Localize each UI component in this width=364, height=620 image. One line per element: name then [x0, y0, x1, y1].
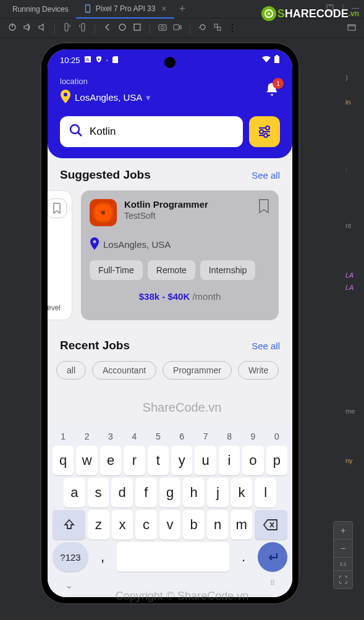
- key-f[interactable]: f: [135, 478, 157, 507]
- job-tag[interactable]: Full-Time: [90, 260, 143, 280]
- svg-rect-15: [348, 25, 355, 27]
- key-e[interactable]: e: [100, 446, 121, 475]
- refresh-icon[interactable]: [198, 22, 208, 35]
- zoom-in-button[interactable]: +: [334, 522, 352, 540]
- more-vert-icon[interactable]: ⋮: [227, 22, 237, 34]
- svg-point-30: [264, 134, 268, 137]
- key-6[interactable]: 6: [171, 430, 192, 443]
- suggested-see-all[interactable]: See all: [252, 170, 280, 180]
- filter-chip[interactable]: Accountant: [92, 361, 156, 380]
- camera-cutout: [164, 57, 176, 68]
- key-i[interactable]: i: [219, 446, 240, 475]
- key-z[interactable]: z: [88, 510, 109, 540]
- bookmark-icon[interactable]: [48, 198, 67, 218]
- rotate-left-icon[interactable]: [62, 22, 72, 35]
- key-c[interactable]: c: [135, 510, 157, 540]
- svg-point-7: [119, 24, 125, 30]
- search-icon: [69, 123, 83, 140]
- chevron-down-icon[interactable]: ⌄: [65, 579, 73, 591]
- nav-back-icon[interactable]: [103, 22, 112, 35]
- key-j[interactable]: j: [207, 478, 229, 507]
- key-7[interactable]: 7: [195, 430, 216, 443]
- key-n[interactable]: n: [207, 510, 229, 540]
- svg-rect-9: [159, 25, 166, 30]
- nav-home-icon[interactable]: [117, 22, 127, 35]
- key-m[interactable]: m: [231, 510, 252, 540]
- zoom-fit-button[interactable]: ⛶: [334, 571, 352, 588]
- settings-icon[interactable]: [213, 22, 222, 35]
- search-input[interactable]: [90, 125, 234, 138]
- svg-rect-13: [218, 27, 221, 30]
- symbols-key[interactable]: ?123: [53, 542, 88, 572]
- key-v[interactable]: v: [159, 510, 181, 540]
- chevron-down-icon[interactable]: ▾: [146, 92, 151, 103]
- location-value[interactable]: LosAngles, USA: [75, 92, 142, 103]
- nav-overview-icon[interactable]: [132, 22, 142, 35]
- key-w[interactable]: w: [76, 446, 97, 475]
- key-h[interactable]: h: [183, 478, 205, 507]
- recent-see-all[interactable]: See all: [252, 341, 280, 351]
- restore-panel-icon[interactable]: [347, 22, 357, 35]
- status-sd-icon: [112, 56, 119, 65]
- svg-rect-8: [134, 24, 140, 30]
- close-icon[interactable]: ×: [161, 4, 166, 14]
- job-tag[interactable]: Remote: [148, 260, 195, 280]
- job-salary: $38k - $40K: [139, 291, 190, 302]
- wifi-icon: [261, 56, 271, 65]
- key-p[interactable]: p: [266, 446, 287, 475]
- key-y[interactable]: y: [171, 446, 192, 475]
- key-x[interactable]: x: [112, 510, 133, 540]
- add-tab-button[interactable]: +: [179, 2, 186, 15]
- key-a[interactable]: a: [64, 478, 85, 507]
- enter-key[interactable]: [258, 542, 287, 572]
- power-icon[interactable]: [7, 22, 17, 35]
- volume-up-icon[interactable]: [22, 22, 32, 35]
- key-t[interactable]: t: [148, 446, 169, 475]
- zoom-out-button[interactable]: −: [334, 540, 352, 558]
- key-s[interactable]: s: [88, 478, 109, 507]
- key-4[interactable]: 4: [124, 430, 145, 443]
- record-icon[interactable]: [172, 22, 182, 35]
- key-r[interactable]: r: [124, 446, 145, 475]
- backspace-key[interactable]: [255, 510, 287, 540]
- comma-key[interactable]: ,: [91, 542, 114, 572]
- key-0[interactable]: 0: [266, 430, 287, 443]
- tab-running-devices[interactable]: Running Devices: [5, 1, 76, 17]
- key-9[interactable]: 9: [242, 430, 263, 443]
- suggested-jobs-scroll[interactable]: evel Kotlin Programmer TestSoft: [48, 190, 280, 320]
- filter-chip[interactable]: Programmer: [163, 361, 232, 380]
- job-card-prev[interactable]: evel: [48, 190, 72, 320]
- key-2[interactable]: 2: [76, 430, 97, 443]
- key-1[interactable]: 1: [53, 430, 74, 443]
- filter-chips[interactable]: allAccountantProgrammerWrite: [56, 361, 280, 380]
- key-u[interactable]: u: [195, 446, 216, 475]
- filter-chip[interactable]: Write: [238, 361, 279, 380]
- space-key[interactable]: [117, 542, 229, 572]
- key-q[interactable]: q: [53, 446, 74, 475]
- key-3[interactable]: 3: [100, 430, 121, 443]
- job-card[interactable]: Kotlin Programmer TestSoft LosAngles, US…: [81, 190, 279, 320]
- notification-button[interactable]: 1: [264, 82, 280, 100]
- tab-device[interactable]: Pixel 7 Pro API 33 ×: [76, 0, 174, 19]
- shift-key[interactable]: [53, 510, 85, 540]
- bookmark-icon[interactable]: [258, 199, 270, 211]
- key-k[interactable]: k: [231, 478, 253, 507]
- rotate-right-icon[interactable]: [77, 22, 87, 35]
- key-o[interactable]: o: [242, 446, 263, 475]
- job-tag[interactable]: Internship: [200, 260, 255, 280]
- filter-chip[interactable]: all: [56, 361, 86, 380]
- keyboard-settings-icon[interactable]: ⠿: [270, 579, 275, 591]
- volume-down-icon[interactable]: [37, 22, 47, 35]
- filter-button[interactable]: [249, 116, 280, 147]
- key-d[interactable]: d: [111, 478, 133, 507]
- key-l[interactable]: l: [255, 478, 276, 507]
- status-dot-icon: ◦: [106, 57, 109, 64]
- key-g[interactable]: g: [159, 478, 181, 507]
- key-8[interactable]: 8: [219, 430, 240, 443]
- period-key[interactable]: .: [232, 542, 255, 572]
- key-b[interactable]: b: [183, 510, 205, 540]
- search-box[interactable]: [60, 116, 243, 147]
- zoom-actual-button[interactable]: 1:1: [334, 558, 352, 571]
- screenshot-icon[interactable]: [158, 22, 167, 35]
- key-5[interactable]: 5: [148, 430, 169, 443]
